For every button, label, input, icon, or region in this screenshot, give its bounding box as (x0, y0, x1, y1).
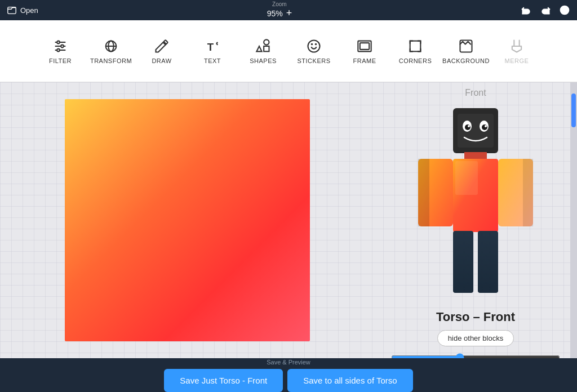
svg-point-30 (485, 125, 487, 127)
svg-point-16 (308, 40, 320, 52)
svg-rect-37 (478, 231, 498, 293)
corners-icon (407, 38, 423, 54)
filter-label: FILTER (49, 57, 72, 64)
svg-point-28 (482, 124, 487, 130)
stickers-icon (306, 38, 322, 54)
bottom-buttons: Save Just Torso - Front Save to all side… (164, 369, 412, 392)
save-torso-front-button[interactable]: Save Just Torso - Front (164, 369, 283, 392)
frame-icon (357, 38, 372, 54)
tool-shapes[interactable]: SHAPES (238, 26, 288, 77)
tool-filter[interactable]: FILTER (35, 26, 86, 77)
svg-point-15 (264, 39, 269, 44)
tool-draw[interactable]: DRAW (136, 26, 187, 77)
bottom-bar: Save & Preview Save Just Torso - Front S… (0, 358, 577, 392)
text-icon: T (205, 38, 220, 54)
scroll-thumb[interactable] (571, 93, 576, 127)
svg-rect-31 (464, 152, 487, 159)
merge-icon (509, 38, 525, 54)
tool-stickers[interactable]: STICKERS (288, 26, 339, 77)
open-icon (7, 5, 17, 15)
tool-corners[interactable]: CORNERS (390, 26, 441, 77)
character-svg (397, 103, 554, 305)
background-label: BACKGROUND (442, 57, 490, 64)
svg-point-5 (57, 41, 60, 43)
svg-point-27 (465, 124, 471, 130)
corners-label: CORNERS (399, 57, 432, 64)
svg-rect-35 (455, 161, 478, 195)
svg-rect-38 (418, 159, 429, 226)
redo-icon[interactable] (540, 5, 551, 16)
stickers-label: STICKERS (297, 57, 330, 64)
topbar-left: Open (7, 5, 38, 15)
tool-text[interactable]: T TEXT (187, 26, 238, 77)
torso-label: Torso – Front (436, 310, 515, 324)
merge-label: MERGE (505, 57, 529, 64)
front-label: Front (465, 88, 486, 98)
slider-row (391, 353, 560, 358)
svg-text:T: T (207, 41, 214, 53)
character-area (385, 103, 566, 305)
save-preview-label: Save & Preview (267, 359, 310, 366)
shapes-icon (255, 38, 271, 54)
tool-merge: MERGE (491, 26, 542, 77)
transform-icon (103, 38, 119, 54)
bottom-bar-inner: Save & Preview Save Just Torso - Front S… (0, 358, 577, 392)
open-label[interactable]: Open (20, 6, 38, 15)
scrollbar (570, 82, 577, 358)
hide-other-blocks-button[interactable]: hide other blocks (437, 330, 514, 346)
opacity-slider[interactable] (391, 353, 560, 358)
svg-line-13 (216, 43, 218, 44)
main-area: Front (0, 82, 577, 358)
tool-background[interactable]: BACKGROUND (441, 26, 491, 77)
canvas-area (0, 82, 374, 358)
preview-panel: Front (374, 82, 577, 358)
svg-point-29 (468, 125, 470, 127)
toolbar: FILTER TRANSFORM DRAW T TEXT SHAPES (0, 20, 577, 82)
topbar: Open Zoom 95% + (0, 0, 577, 20)
svg-rect-36 (453, 231, 473, 293)
svg-point-7 (57, 48, 60, 51)
canvas-square[interactable] (65, 99, 310, 341)
topbar-right (521, 5, 570, 16)
draw-label: DRAW (152, 57, 171, 64)
text-label: TEXT (204, 57, 221, 64)
history-icon[interactable] (559, 5, 570, 16)
svg-rect-39 (523, 159, 533, 226)
undo-icon[interactable] (521, 5, 532, 16)
svg-rect-24 (458, 114, 494, 148)
tool-frame[interactable]: FRAME (339, 26, 390, 77)
zoom-plus-btn[interactable]: + (286, 7, 292, 19)
tool-transform[interactable]: TRANSFORM (86, 26, 136, 77)
zoom-label: Zoom (272, 1, 287, 7)
shapes-label: SHAPES (250, 57, 277, 64)
svg-rect-20 (360, 43, 369, 50)
sliders-icon (52, 38, 68, 54)
svg-point-6 (61, 44, 64, 47)
svg-rect-14 (264, 46, 269, 51)
zoom-control: Zoom 95% + (267, 1, 292, 19)
pencil-icon (154, 38, 170, 54)
transform-label: TRANSFORM (90, 57, 132, 64)
svg-rect-21 (410, 41, 421, 51)
frame-label: FRAME (353, 57, 376, 64)
zoom-value: 95% (267, 9, 283, 18)
background-icon (458, 38, 474, 54)
save-all-sides-button[interactable]: Save to all sides of Torso (287, 369, 412, 392)
zoom-row: 95% + (267, 7, 292, 19)
